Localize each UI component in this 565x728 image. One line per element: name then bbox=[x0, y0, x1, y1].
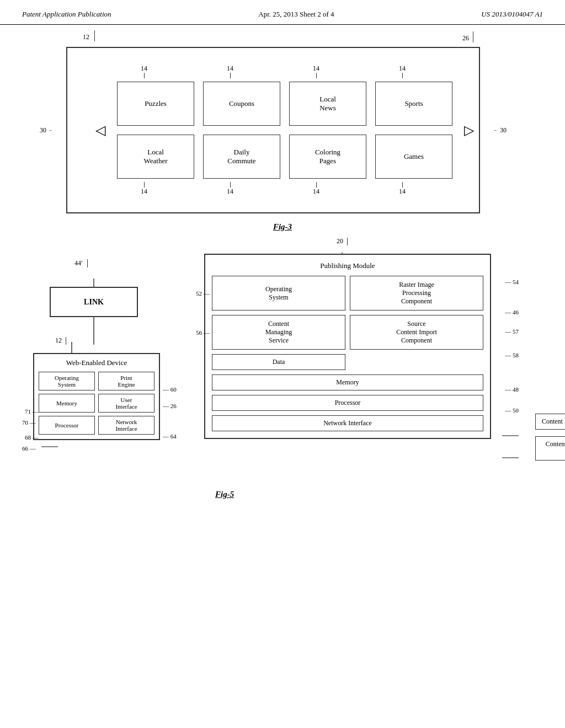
fig5-diagram: 44' LINK 12 Web-Enabled Device Op bbox=[22, 237, 543, 502]
fig5-caption: Fig-5 bbox=[215, 490, 234, 499]
pub-data-box: Data bbox=[212, 354, 345, 370]
pub-right-label-57: — 57 bbox=[505, 328, 519, 335]
wd-user-interface: UserInterface bbox=[98, 394, 154, 413]
link-box: LINK bbox=[50, 287, 138, 317]
tile-local-weather: LocalWeather bbox=[117, 135, 194, 179]
pub-row2: ContentManagingService 56 — SourceConten… bbox=[212, 315, 483, 350]
label-14-top-1: 14 bbox=[105, 65, 183, 78]
label-14-bottom-3: 14 bbox=[278, 182, 355, 196]
tiles-with-arrows: ◁ Puzzles Coupons LocalNews Sports Local… bbox=[89, 82, 457, 179]
web-enabled-device-box: Web-Enabled Device OperatingSystem Print… bbox=[33, 353, 160, 440]
tile-puzzles: Puzzles bbox=[117, 82, 194, 126]
label-26-web: — 26 bbox=[163, 403, 177, 409]
label-14-top-4: 14 bbox=[364, 65, 441, 78]
wd-operating-system: OperatingSystem bbox=[39, 372, 95, 390]
fig3-diagram: 12 26 14 14 bbox=[22, 47, 543, 232]
pub-right-label-58: — 58 bbox=[505, 352, 519, 358]
label-14-bottom-4: 14 bbox=[364, 182, 441, 196]
header-right: US 2013/0104047 A1 bbox=[481, 10, 543, 19]
header-center: Apr. 25, 2013 Sheet 2 of 4 bbox=[258, 10, 334, 19]
label-20: 20 bbox=[337, 237, 348, 245]
right-arrow-icon: ▷ bbox=[464, 122, 474, 138]
pub-right-label-50: — 50 bbox=[505, 407, 519, 414]
tile-games: Games bbox=[375, 135, 452, 179]
tile-sports: Sports bbox=[375, 82, 452, 126]
label-71: 71 — bbox=[25, 408, 39, 415]
pub-row1: OperatingSystem 52 — Raster ImageProcess… bbox=[212, 276, 483, 311]
left-arrow-icon: ◁ bbox=[95, 122, 105, 138]
content-provider-2: Content Provider — 18' bbox=[535, 436, 565, 461]
pub-source-content: SourceContent ImportComponent bbox=[350, 315, 483, 350]
pub-right-label-48: — 48 bbox=[505, 386, 519, 393]
web-device-grid: OperatingSystem PrintEngine Memory UserI… bbox=[39, 372, 154, 435]
label-30-right: ← 30 bbox=[493, 126, 507, 135]
page-header: Patent Application Publication Apr. 25, … bbox=[0, 0, 565, 25]
left-arrow-container: ◁ bbox=[89, 122, 111, 138]
web-device-title: Web-Enabled Device bbox=[39, 358, 154, 367]
pub-label-52: 52 — bbox=[196, 290, 210, 297]
label-30-left: 30 ← bbox=[40, 126, 53, 135]
labels-14-top: 14 14 14 14 bbox=[89, 65, 457, 78]
pub-processor-box: Processor bbox=[212, 395, 483, 411]
right-column: 20 Publishing Module OperatingSystem 52 … bbox=[204, 237, 491, 439]
label-60: — 60 bbox=[163, 386, 177, 393]
content-providers-group: Content Provider — 18 Content Provider —… bbox=[535, 414, 565, 461]
labels-14-bottom: 14 14 14 14 bbox=[89, 182, 457, 196]
label-44prime: 44' bbox=[74, 259, 88, 267]
pub-network-interface-box: Network Interface bbox=[212, 415, 483, 431]
tiles-grid: Puzzles Coupons LocalNews Sports LocalWe… bbox=[117, 82, 452, 179]
pub-data-row: Data bbox=[212, 354, 483, 370]
label-26: 26 bbox=[462, 31, 473, 42]
fig3-caption: Fig-3 bbox=[22, 222, 543, 232]
fig3-outer-container: 26 14 14 14 bbox=[66, 47, 480, 213]
label-64: — 64 bbox=[163, 433, 177, 440]
right-arrow-container: ▷ bbox=[458, 122, 480, 138]
label-70: 70 — bbox=[22, 419, 36, 426]
wd-print-engine: PrintEngine bbox=[98, 372, 154, 390]
label-14-bottom-1: 14 bbox=[105, 182, 183, 196]
content-provider-1: Content Provider — 18 bbox=[535, 414, 565, 430]
page-content: 12 26 14 14 bbox=[0, 25, 565, 513]
label-68: 68 — bbox=[25, 434, 39, 441]
label-14-top-3: 14 bbox=[278, 65, 355, 78]
pub-content-managing: ContentManagingService 56 — bbox=[212, 315, 345, 350]
tile-coupons: Coupons bbox=[203, 82, 280, 126]
link-label: LINK bbox=[84, 298, 104, 307]
label-14-top-2: 14 bbox=[191, 65, 269, 78]
pub-right-label-54: — 54 bbox=[505, 279, 519, 285]
pub-memory-box: Memory bbox=[212, 374, 483, 390]
label-14-bottom-2: 14 bbox=[191, 182, 269, 196]
pub-label-56: 56 — bbox=[196, 329, 210, 336]
wd-memory: Memory bbox=[39, 394, 95, 413]
pub-raster-image: Raster ImageProcessingComponent bbox=[350, 276, 483, 311]
publishing-title: Publishing Module bbox=[212, 261, 483, 270]
tile-local-news: LocalNews bbox=[289, 82, 366, 126]
tile-coloring-pages: ColoringPages bbox=[289, 135, 366, 179]
tile-daily-commute: DailyCommute bbox=[203, 135, 280, 179]
pub-operating-system: OperatingSystem 52 — bbox=[212, 276, 345, 311]
label-12: 12 bbox=[83, 30, 95, 41]
pub-right-label-46: — 46 bbox=[505, 309, 519, 315]
header-left: Patent Application Publication bbox=[22, 10, 111, 19]
wd-network-interface: NetworkInterface bbox=[98, 416, 154, 435]
wd-processor: Processor bbox=[39, 416, 95, 435]
label-66: 66 — bbox=[22, 445, 36, 452]
publishing-module-box: Publishing Module OperatingSystem 52 — R… bbox=[204, 254, 491, 439]
label-12-web: 12 bbox=[55, 336, 66, 345]
